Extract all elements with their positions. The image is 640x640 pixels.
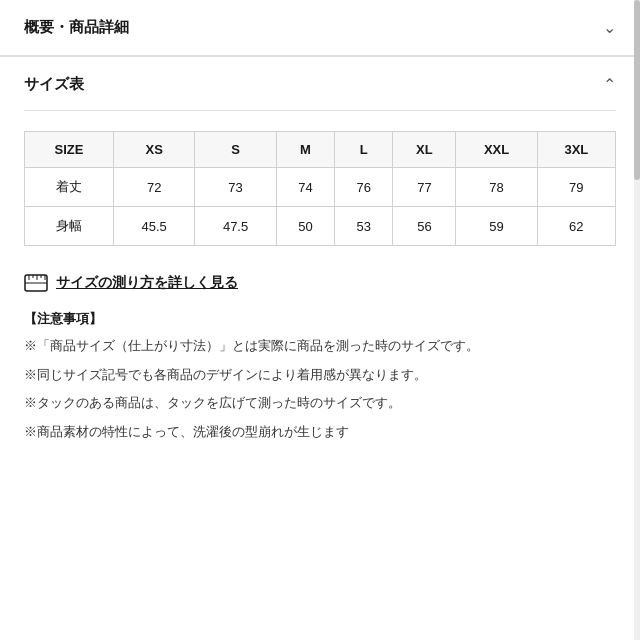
row-kittake-l: 76 [335, 168, 393, 207]
col-size: SIZE [25, 132, 114, 168]
row-mihaba-s: 47.5 [195, 207, 276, 246]
row-kittake-label: 着丈 [25, 168, 114, 207]
chevron-down-icon: ⌄ [603, 18, 616, 37]
row-mihaba-xl: 56 [393, 207, 456, 246]
scrollbar[interactable] [634, 0, 640, 640]
row-mihaba-3xl: 62 [537, 207, 615, 246]
table-row: 着丈 72 73 74 76 77 78 79 [25, 168, 616, 207]
table-row: 身幅 45.5 47.5 50 53 56 59 62 [25, 207, 616, 246]
row-kittake-m: 74 [276, 168, 334, 207]
chevron-up-icon: ⌃ [603, 75, 616, 94]
size-table-header[interactable]: サイズ表 ⌃ [24, 75, 616, 94]
col-3xl: 3XL [537, 132, 615, 168]
divider-sizetable [24, 110, 616, 111]
col-xxl: XXL [456, 132, 537, 168]
row-kittake-3xl: 79 [537, 168, 615, 207]
notes-item-2: ※同じサイズ記号でも各商品のデザインにより着用感が異なります。 [24, 365, 616, 386]
row-kittake-xl: 77 [393, 168, 456, 207]
page-container: 概要・商品詳細 ⌄ サイズ表 ⌃ SIZE XS S M L XL XXL 3 [0, 0, 640, 640]
row-kittake-xxl: 78 [456, 168, 537, 207]
row-kittake-s: 73 [195, 168, 276, 207]
table-header-row: SIZE XS S M L XL XXL 3XL [25, 132, 616, 168]
notes-title: 【注意事項】 [24, 310, 616, 328]
col-xl: XL [393, 132, 456, 168]
size-table-wrapper: SIZE XS S M L XL XXL 3XL 着丈 72 73 74 76 [0, 131, 640, 246]
row-kittake-xs: 72 [114, 168, 195, 207]
overview-title: 概要・商品詳細 [24, 18, 129, 37]
overview-section[interactable]: 概要・商品詳細 ⌄ [0, 0, 640, 56]
size-table-section: サイズ表 ⌃ [0, 57, 640, 94]
notes-item-1: ※「商品サイズ（仕上がり寸法）」とは実際に商品を測った時のサイズです。 [24, 336, 616, 357]
notes-section: 【注意事項】 ※「商品サイズ（仕上がり寸法）」とは実際に商品を測った時のサイズで… [0, 306, 640, 463]
scrollbar-thumb[interactable] [634, 0, 640, 180]
row-mihaba-label: 身幅 [25, 207, 114, 246]
row-mihaba-xxl: 59 [456, 207, 537, 246]
notes-item-3: ※タックのある商品は、タックを広げて測った時のサイズです。 [24, 393, 616, 414]
measure-link-row[interactable]: サイズの測り方を詳しく見る [0, 264, 640, 306]
measure-link[interactable]: サイズの測り方を詳しく見る [56, 274, 238, 292]
col-m: M [276, 132, 334, 168]
size-table-title: サイズ表 [24, 75, 84, 94]
size-table: SIZE XS S M L XL XXL 3XL 着丈 72 73 74 76 [24, 131, 616, 246]
col-l: L [335, 132, 393, 168]
notes-item-4: ※商品素材の特性によって、洗濯後の型崩れが生じます [24, 422, 616, 443]
ruler-icon [24, 274, 48, 292]
row-mihaba-m: 50 [276, 207, 334, 246]
col-s: S [195, 132, 276, 168]
row-mihaba-l: 53 [335, 207, 393, 246]
row-mihaba-xs: 45.5 [114, 207, 195, 246]
col-xs: XS [114, 132, 195, 168]
